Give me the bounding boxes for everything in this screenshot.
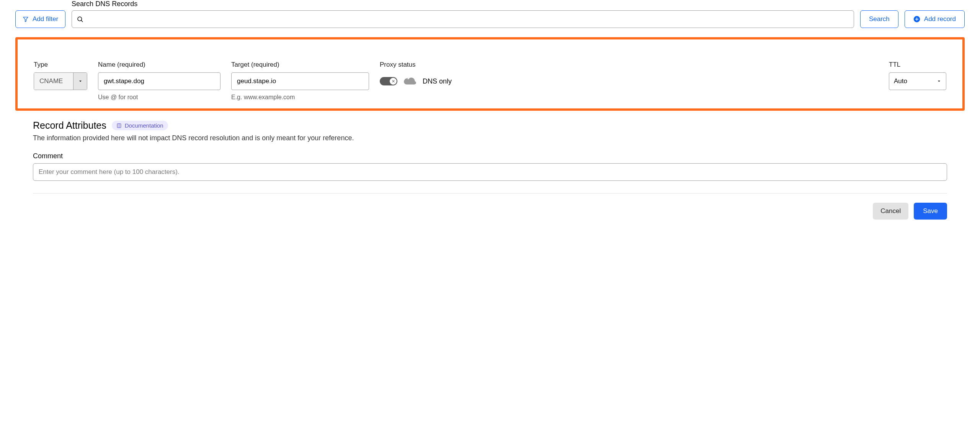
attributes-description: The information provided here will not i… — [33, 134, 947, 142]
comment-label: Comment — [33, 152, 947, 160]
type-value: CNAME — [34, 73, 73, 90]
proxy-label: Proxy status — [380, 61, 878, 69]
documentation-label: Documentation — [125, 122, 163, 129]
caret-down-icon — [937, 79, 941, 84]
type-label: Type — [34, 61, 87, 69]
target-input[interactable] — [231, 72, 369, 90]
ttl-value: Auto — [894, 77, 907, 85]
name-input[interactable] — [98, 72, 220, 90]
target-label: Target (required) — [231, 61, 369, 69]
comment-input[interactable] — [33, 163, 947, 181]
record-attributes-section: Record Attributes Documentation The info… — [15, 116, 965, 220]
form-footer: Cancel Save — [33, 203, 947, 220]
toolbar: Add filter Search DNS Records Search Add… — [15, 0, 965, 28]
add-record-button[interactable]: Add record — [905, 10, 965, 28]
cloud-icon — [403, 77, 416, 85]
search-input-container[interactable] — [72, 10, 854, 28]
search-button[interactable]: Search — [860, 10, 898, 28]
search-label: Search DNS Records — [72, 0, 854, 8]
filter-icon — [23, 16, 29, 22]
cancel-button[interactable]: Cancel — [873, 203, 908, 220]
ttl-select[interactable]: Auto — [889, 72, 946, 90]
plus-circle-icon — [913, 16, 920, 23]
documentation-link[interactable]: Documentation — [112, 121, 168, 130]
book-icon — [116, 123, 122, 128]
name-label: Name (required) — [98, 61, 220, 69]
type-caret — [73, 73, 87, 90]
proxy-value: DNS only — [423, 77, 452, 85]
add-filter-label: Add filter — [33, 15, 58, 23]
add-filter-button[interactable]: Add filter — [15, 10, 65, 28]
attributes-title: Record Attributes — [33, 120, 106, 131]
search-icon — [77, 16, 83, 23]
svg-marker-0 — [23, 17, 28, 22]
name-hint: Use @ for root — [98, 94, 220, 101]
record-form-highlight: Type CNAME Name (required) Use @ for roo… — [15, 37, 965, 111]
toggle-knob: ✕ — [390, 78, 397, 85]
type-select[interactable]: CNAME — [34, 72, 87, 90]
target-hint: E.g. www.example.com — [231, 94, 369, 101]
add-record-label: Add record — [924, 15, 956, 23]
divider — [33, 193, 947, 193]
caret-down-icon — [78, 79, 83, 84]
search-input[interactable] — [83, 11, 849, 28]
svg-line-2 — [81, 20, 83, 22]
proxy-toggle[interactable]: ✕ — [380, 77, 397, 85]
ttl-label: TTL — [889, 61, 946, 69]
save-button[interactable]: Save — [914, 203, 947, 220]
